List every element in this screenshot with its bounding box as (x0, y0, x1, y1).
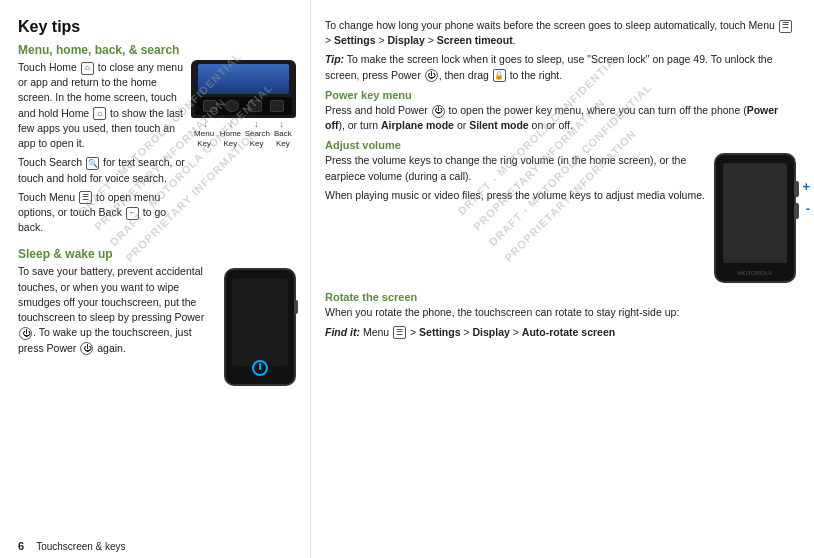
footer-section-text: Touchscreen & keys (36, 541, 126, 552)
menu-key-label: Menu Key (192, 129, 216, 148)
phone-top-strip (191, 60, 296, 118)
vol-down-btn (794, 203, 799, 219)
key-back-btn (270, 100, 284, 112)
section-heading-sleep: Sleep & wake up (18, 247, 296, 261)
section-heading-volume: Adjust volume (325, 139, 796, 151)
tip-para: Tip: To make the screen lock when it goe… (325, 52, 796, 82)
key-menu-btn (203, 100, 217, 112)
find-it-para: Find it: Menu ☰ > Settings > Display > A… (325, 325, 796, 340)
phone-vol-screen (723, 163, 787, 263)
phone-sleep-image (224, 268, 296, 386)
sleep-para: To save your battery, prevent accidental… (18, 264, 216, 355)
back-key-label: Back Key (271, 129, 295, 148)
footer-page-number: 6 (18, 540, 24, 552)
left-column: Key tips Menu, home, back, & search Touc… (0, 0, 310, 558)
key-home-btn (225, 100, 239, 112)
power-icon-r: ⏻ (425, 69, 438, 82)
touch-home-label: Touch Home (18, 61, 77, 73)
volume-text-content: Press the volume keys to change the ring… (325, 153, 706, 207)
volume-para2: When playing music or video files, press… (325, 188, 706, 203)
power-icon-r2: ⏻ (432, 105, 445, 118)
section-heading-power: Power key menu (325, 89, 796, 101)
power-button-side (294, 300, 298, 314)
section-heading-rotate: Rotate the screen (325, 291, 796, 303)
arrow-menu: ↓ (199, 119, 213, 129)
power-icon-inline-2: ⏻ (80, 342, 93, 355)
phone-diagram-keys: ↓ ↓ ↓ ↓ Menu Key Home Key Search (191, 60, 296, 239)
back-icon: ← (126, 207, 139, 220)
phone-vol-logo: MOTOROLA (738, 270, 772, 276)
power-circle-indicator (252, 360, 268, 376)
menu-icon-fi: ☰ (393, 326, 406, 339)
arrow-home: ↓ (224, 119, 238, 129)
page-title: Key tips (18, 18, 296, 36)
phone-screen-area (198, 64, 289, 94)
menu-icon-r: ☰ (779, 20, 792, 33)
find-it-label: Find it: (325, 326, 360, 338)
footer: 6 Touchscreen & keys (18, 540, 126, 552)
power-circle-line (259, 363, 261, 370)
tip-label: Tip: (325, 53, 344, 65)
key-search-btn (248, 100, 262, 112)
phone-bottom-bar (195, 97, 292, 115)
touch-search-para: Touch Search 🔍 for text search, or touch… (18, 155, 185, 185)
home-key-label: Home Key (218, 129, 242, 148)
right-column: To change how long your phone waits befo… (310, 0, 814, 558)
key-arrows: ↓ ↓ ↓ ↓ (191, 119, 296, 129)
vol-up-btn (794, 181, 799, 197)
section-heading-menu: Menu, home, back, & search (18, 43, 296, 57)
home-icon-2: ⌂ (93, 107, 106, 120)
phone-volume-image: MOTOROLA + - (714, 153, 796, 283)
power-icon-inline: ⏻ (19, 327, 32, 340)
search-key-label: Search Key (245, 129, 269, 148)
vol-minus-label: - (806, 201, 810, 216)
volume-para1: Press the volume keys to change the ring… (325, 153, 706, 183)
page-container: Key tips Menu, home, back, & search Touc… (0, 0, 814, 558)
phone-sleep-screen (232, 278, 288, 366)
lock-icon: 🔒 (493, 69, 506, 82)
screen-timeout-para: To change how long your phone waits befo… (325, 18, 796, 48)
arrow-search: ↓ (249, 119, 263, 129)
arrow-back: ↓ (274, 119, 288, 129)
left-text-content: Touch Home ⌂ to close any menu or app an… (18, 60, 185, 239)
key-labels-row: Menu Key Home Key Search Key Back Key (191, 129, 296, 148)
rotate-para: When you rotate the phone, the touchscre… (325, 305, 796, 320)
home-icon: ⌂ (81, 62, 94, 75)
menu-icon: ☰ (79, 191, 92, 204)
touch-home-para: Touch Home ⌂ to close any menu or app an… (18, 60, 185, 151)
power-menu-para: Press and hold Power ⏻ to open the power… (325, 103, 796, 133)
touch-menu-para: Touch Menu ☰ to open menu options, or to… (18, 190, 185, 236)
search-icon: 🔍 (86, 157, 99, 170)
vol-plus-label: + (802, 179, 810, 194)
sleep-text: To save your battery, prevent accidental… (18, 264, 216, 359)
